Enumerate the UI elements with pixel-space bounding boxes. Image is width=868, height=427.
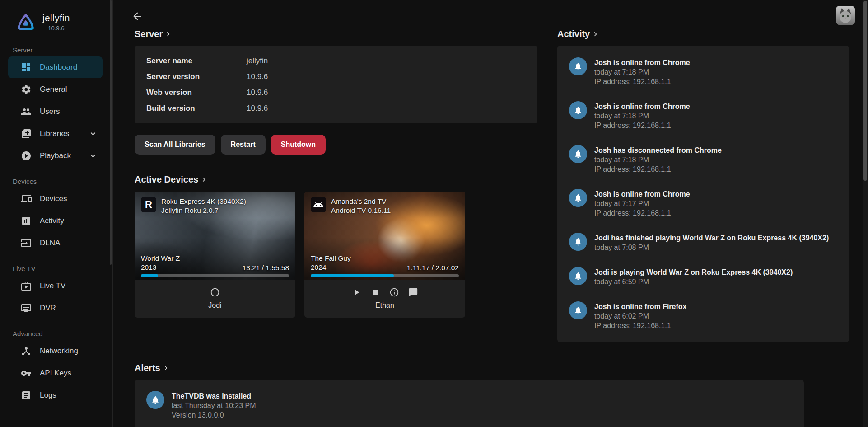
restart-button[interactable]: Restart — [221, 135, 266, 155]
sidebar-item-label: DLNA — [40, 239, 60, 248]
sidebar-item-live-tv[interactable]: Live TV — [8, 275, 103, 297]
send-message-button[interactable] — [408, 287, 418, 297]
play-circle-icon — [21, 150, 32, 161]
play-icon — [351, 287, 361, 297]
build-version-row: Build version 10.9.6 — [146, 100, 526, 116]
activity-time: today at 7:18 PM — [594, 155, 722, 164]
alert-time: last Thursday at 10:23 PM — [172, 401, 256, 410]
alert-title: TheTVDB was installed — [172, 391, 256, 401]
sidebar: jellyfin 10.9.6 Server Dashboard General… — [0, 0, 113, 427]
dlna-icon — [21, 238, 32, 249]
activity-item[interactable]: Josh is online from Firefox today at 6:0… — [569, 301, 837, 330]
sidebar-section-livetv: Live TV — [13, 265, 112, 272]
roku-app-icon: R — [141, 197, 156, 212]
sidebar-scrollbar[interactable] — [109, 0, 112, 427]
stop-icon — [370, 287, 380, 297]
device-identity: Amanda's 2nd TV Android TV 0.16.11 — [331, 197, 391, 215]
web-version-row: Web version 10.9.6 — [146, 84, 526, 100]
key-icon — [21, 368, 32, 379]
app-title: jellyfin — [42, 13, 70, 23]
dashboard-icon — [21, 62, 32, 73]
info-button[interactable] — [389, 287, 399, 297]
live-tv-icon — [21, 281, 32, 291]
playback-progress-fill — [141, 274, 158, 277]
android-icon — [313, 199, 324, 210]
server-name-row: Server name jellyfin — [146, 53, 526, 69]
alerts-heading[interactable]: Alerts — [135, 363, 849, 373]
sidebar-item-logs[interactable]: Logs — [8, 385, 103, 406]
activity-detail: IP address: 192.168.1.1 — [594, 121, 690, 130]
activity-title: Jodi has finished playing World War Z on… — [594, 233, 829, 243]
device-card-footer: Ethan — [304, 280, 465, 318]
sidebar-item-networking[interactable]: Networking — [8, 340, 103, 362]
device-card-android-tv: Amanda's 2nd TV Android TV 0.16.11 The F… — [304, 192, 465, 318]
info-icon — [389, 287, 399, 297]
info-button[interactable] — [210, 287, 220, 297]
sidebar-item-libraries[interactable]: Libraries — [8, 123, 103, 145]
notification-bell-icon — [569, 145, 587, 163]
activity-column: Activity Josh is online from Chrome toda… — [557, 29, 849, 342]
play-button[interactable] — [351, 287, 361, 297]
activity-item[interactable]: Josh is online from Chrome today at 7:18… — [569, 101, 837, 130]
activity-card: Josh is online from Chrome today at 7:18… — [557, 46, 849, 342]
chevron-down-icon[interactable] — [88, 129, 98, 139]
activity-heading[interactable]: Activity — [557, 29, 849, 39]
shutdown-button[interactable]: Shutdown — [271, 135, 326, 155]
server-heading[interactable]: Server — [135, 29, 537, 39]
sidebar-item-label: Users — [40, 107, 60, 116]
sidebar-item-label: Devices — [40, 194, 67, 203]
android-tv-app-icon — [311, 197, 326, 212]
sidebar-section-advanced: Advanced — [13, 330, 112, 338]
sidebar-scrollbar-thumb[interactable] — [110, 0, 112, 265]
sidebar-item-label: Libraries — [40, 129, 69, 138]
notification-bell-icon — [569, 189, 587, 207]
device-name: Amanda's 2nd TV — [331, 197, 391, 206]
sidebar-item-activity[interactable]: Activity — [8, 210, 103, 232]
sidebar-item-general[interactable]: General — [8, 79, 103, 100]
device-card-header: Amanda's 2nd TV Android TV 0.16.11 — [304, 192, 465, 221]
now-playing-time: 13:21 / 1:55:58 — [243, 264, 289, 272]
sidebar-item-api-keys[interactable]: API Keys — [8, 362, 103, 384]
notification-bell-icon — [569, 101, 587, 119]
active-devices-heading[interactable]: Active Devices — [135, 174, 537, 185]
activity-item[interactable]: Jodi is playing World War Z on Roku Expr… — [569, 267, 837, 286]
activity-detail: IP address: 192.168.1.1 — [594, 164, 722, 174]
activity-item[interactable]: Josh has disconnected from Chrome today … — [569, 145, 837, 174]
stop-button[interactable] — [370, 287, 380, 297]
device-card-roku: R Roku Express 4K (3940X2) Jellyfin Roku… — [135, 192, 295, 318]
sidebar-item-devices[interactable]: Devices — [8, 188, 103, 210]
page-scrollbar-thumb[interactable] — [863, 1, 867, 181]
scan-all-libraries-button[interactable]: Scan All Libraries — [135, 135, 215, 155]
sidebar-item-dvr[interactable]: DVR — [8, 297, 103, 319]
now-playing-year: 2024 — [311, 263, 351, 272]
notification-bell-icon — [569, 301, 587, 319]
now-playing-info: The Fall Guy 2024 1:11:17 / 2:07:02 — [311, 254, 459, 272]
notification-bell-icon — [569, 233, 587, 251]
dashboard-columns: Server Server name jellyfin Server versi… — [135, 29, 849, 342]
activity-time: today at 7:18 PM — [594, 67, 690, 77]
alert-item[interactable]: TheTVDB was installed last Thursday at 1… — [146, 391, 792, 420]
activity-text: Josh is online from Firefox today at 6:0… — [594, 301, 686, 330]
server-heading-label: Server — [135, 29, 163, 39]
sidebar-item-label: Dashboard — [40, 63, 77, 72]
now-playing-title: World War Z — [141, 254, 180, 263]
activity-item[interactable]: Jodi has finished playing World War Z on… — [569, 233, 837, 252]
back-button[interactable] — [128, 7, 146, 25]
activity-item[interactable]: Josh is online from Chrome today at 7:18… — [569, 57, 837, 86]
chevron-down-icon[interactable] — [88, 151, 98, 161]
server-name-value: jellyfin — [247, 53, 268, 69]
chevron-right-icon — [591, 30, 600, 38]
device-controls — [210, 287, 220, 297]
devices-icon — [21, 193, 32, 204]
sidebar-item-label: Playback — [40, 151, 71, 160]
sidebar-item-label: Live TV — [40, 282, 65, 291]
user-avatar[interactable] — [836, 6, 855, 25]
sidebar-item-dashboard[interactable]: Dashboard — [8, 56, 103, 78]
networking-icon — [21, 346, 32, 357]
page-scrollbar[interactable] — [863, 0, 868, 427]
activity-time: today at 6:02 PM — [594, 311, 686, 321]
sidebar-item-users[interactable]: Users — [8, 101, 103, 122]
activity-item[interactable]: Josh is online from Chrome today at 7:17… — [569, 189, 837, 218]
sidebar-item-dlna[interactable]: DLNA — [8, 232, 103, 254]
sidebar-item-playback[interactable]: Playback — [8, 145, 103, 167]
